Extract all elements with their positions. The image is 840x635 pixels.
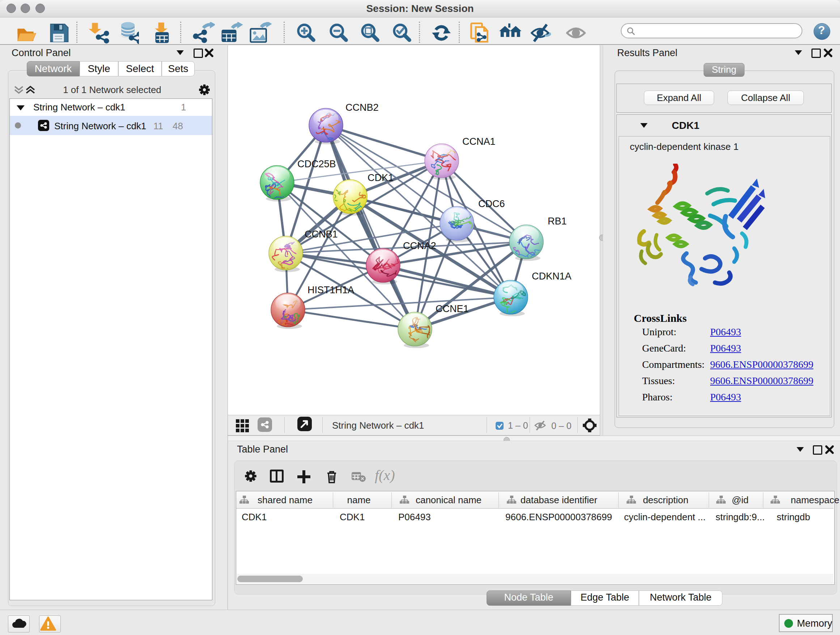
svg-text:CCNB2: CCNB2 <box>346 102 379 113</box>
svg-text:HIST1H1A: HIST1H1A <box>308 285 354 295</box>
svg-text:CDK1: CDK1 <box>368 172 393 183</box>
svg-text:CDC25B: CDC25B <box>297 158 336 169</box>
svg-text:CDKN1A: CDKN1A <box>532 271 572 282</box>
svg-text:RB1: RB1 <box>548 216 567 226</box>
svg-text:CCNA1: CCNA1 <box>462 136 496 147</box>
svg-text:CCNB1: CCNB1 <box>305 229 338 240</box>
svg-text:CCNE1: CCNE1 <box>436 303 469 314</box>
svg-text:CDC6: CDC6 <box>478 198 505 209</box>
svg-text:CCNA2: CCNA2 <box>403 241 436 251</box>
